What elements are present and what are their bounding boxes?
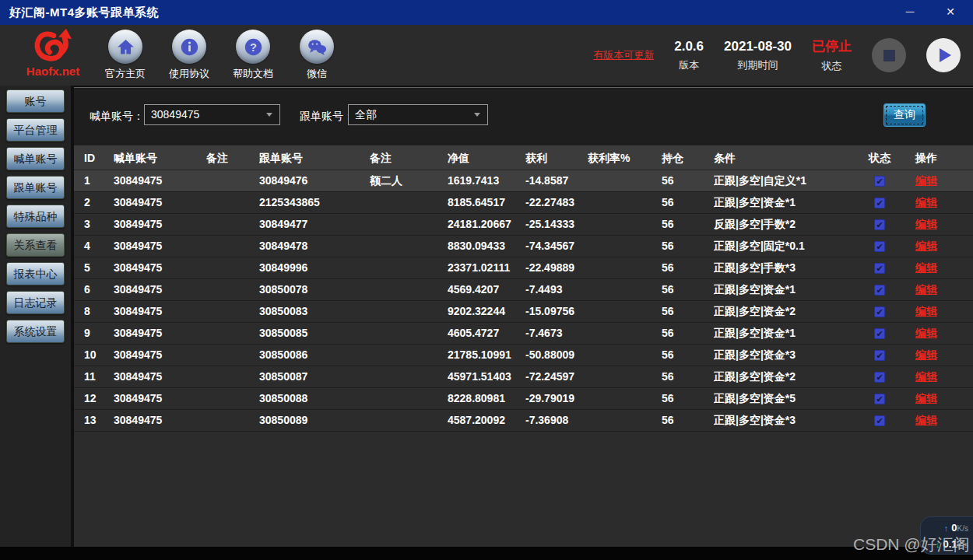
cell-follower-note [370, 366, 448, 387]
cell-status: ✔ [856, 410, 903, 431]
expiry-label: 到期时间 [724, 58, 792, 72]
query-button[interactable]: 查询 [883, 103, 926, 127]
nav-item-home[interactable]: 官方主页 [101, 28, 149, 81]
follower-account-value: 全部 [355, 108, 377, 121]
cell-condition: 正跟|多空|自定义*1 [714, 170, 856, 191]
cell-equity: 8185.64517 [448, 192, 525, 213]
sidebar-item-platform-management[interactable]: 平台管理 [6, 118, 65, 142]
update-available-link[interactable]: 有版本可更新 [593, 48, 654, 62]
table-row[interactable]: 11308494753085008745971.51403-72.2459756… [74, 366, 973, 388]
sidebar-item-special-symbols[interactable]: 特殊品种 [6, 205, 65, 228]
edit-link[interactable]: 编辑 [915, 348, 937, 361]
table-row[interactable]: 5308494753084999623371.02111-22.4988956正… [74, 257, 973, 279]
content-panel: 喊单账号： 30849475 跟单账号： 全部 查询 ID喊单账号备注跟单账号备… [74, 87, 973, 547]
nav-item-label: 帮助文档 [229, 67, 277, 81]
cell-condition: 正跟|多空|资金*1 [714, 192, 856, 213]
status-checkbox[interactable]: ✔ [874, 219, 885, 230]
edit-link[interactable]: 编辑 [915, 261, 937, 274]
cell-equity: 24181.20667 [448, 214, 525, 235]
header-right: 有版本可更新 2.0.6 版本 2021-08-30 到期时间 已停止 状态 [593, 25, 961, 86]
table-row[interactable]: 830849475308500839202.32244-15.0975656正跟… [74, 301, 973, 323]
nav-item-agreement[interactable]: 使用协议 [165, 28, 213, 81]
cell-profit-rate [588, 410, 662, 431]
chevron-down-icon [474, 113, 480, 117]
cell-action: 编辑 [903, 366, 950, 387]
cell-status: ✔ [856, 366, 903, 387]
table-row[interactable]: 10308494753085008621785.10991-50.8800956… [74, 345, 973, 366]
info-icon [172, 30, 206, 64]
table-row[interactable]: 3308494753084947724181.20667-25.1433356反… [74, 214, 973, 236]
status-checkbox[interactable]: ✔ [874, 198, 885, 208]
cell-position: 56 [662, 388, 714, 409]
caller-account-label: 喊单账号： [90, 110, 144, 124]
svg-text:?: ? [250, 40, 257, 53]
sidebar-item-accounts[interactable]: 账号 [6, 89, 65, 113]
cell-profit-rate [588, 257, 662, 278]
status-checkbox[interactable]: ✔ [874, 263, 885, 274]
table-row[interactable]: 630849475308500784569.4207-7.449356正跟|多空… [74, 279, 973, 301]
home-icon [108, 30, 142, 64]
sidebar-item-caller-accounts[interactable]: 喊单账号 [6, 147, 65, 170]
nav-item-label: 微信 [293, 67, 341, 81]
sidebar: 账号平台管理喊单账号跟单账号特殊品种关系查看报表中心日志记录系统设置 [0, 86, 71, 547]
edit-link[interactable]: 编辑 [915, 327, 937, 339]
status-checkbox[interactable]: ✔ [874, 372, 885, 383]
edit-link[interactable]: 编辑 [915, 218, 937, 230]
cell-position: 56 [662, 192, 714, 213]
edit-link[interactable]: 编辑 [915, 283, 937, 296]
table-row[interactable]: 13084947530849476额二人1619.7413-14.858756正… [74, 170, 973, 192]
start-button[interactable] [926, 38, 961, 72]
cell-condition: 正跟|多空|手数*3 [714, 257, 856, 278]
follower-account-select[interactable]: 全部 [348, 104, 488, 125]
nav-item-wechat[interactable]: 微信 [293, 28, 341, 81]
caller-account-select[interactable]: 30849475 [144, 104, 280, 125]
sidebar-item-logs[interactable]: 日志记录 [6, 291, 65, 314]
cell-follower-note [370, 257, 448, 278]
caller-account-value: 30849475 [151, 108, 199, 121]
minimize-button[interactable]: ─ [892, 0, 928, 25]
cell-caller: 30849475 [114, 388, 206, 409]
cell-position: 56 [662, 279, 714, 300]
sidebar-item-follower-accounts[interactable]: 跟单账号 [6, 176, 65, 199]
cell-follower-note [370, 388, 448, 409]
status-checkbox[interactable]: ✔ [874, 241, 885, 252]
relations-table: ID喊单账号备注跟单账号备注净值获利获利率%持仓条件状态操作 130849475… [74, 145, 973, 547]
table-row[interactable]: 1330849475308500894587.20092-7.3690856正跟… [74, 410, 973, 432]
edit-link[interactable]: 编辑 [915, 392, 937, 404]
cell-follower: 30850087 [259, 366, 370, 387]
edit-link[interactable]: 编辑 [915, 370, 937, 383]
status-checkbox[interactable]: ✔ [874, 176, 885, 187]
sidebar-item-system-settings[interactable]: 系统设置 [6, 320, 65, 343]
cell-profit: -7.36908 [525, 410, 588, 431]
expiry-value: 2021-08-30 [724, 39, 792, 54]
stop-button[interactable] [872, 38, 906, 72]
cell-status: ✔ [856, 279, 903, 300]
status-checkbox[interactable]: ✔ [874, 415, 885, 426]
table-row[interactable]: 23084947521253438658185.64517-22.2748356… [74, 192, 973, 214]
sidebar-item-report-center[interactable]: 报表中心 [6, 262, 65, 285]
cell-position: 56 [662, 236, 714, 257]
edit-link[interactable]: 编辑 [915, 196, 937, 208]
status-checkbox[interactable]: ✔ [874, 394, 885, 404]
table-row[interactable]: 430849475308494788830.09433-74.3456756正跟… [74, 236, 973, 257]
edit-link[interactable]: 编辑 [915, 240, 937, 252]
nav-item-help[interactable]: ?帮助文档 [229, 28, 277, 81]
table-row[interactable]: 1230849475308500888228.80981-29.7901956正… [74, 388, 973, 410]
column-header: 备注 [206, 145, 259, 170]
sidebar-item-relation-view[interactable]: 关系查看 [6, 233, 65, 257]
cell-id: 12 [74, 388, 114, 409]
status-checkbox[interactable]: ✔ [874, 328, 885, 339]
close-button[interactable]: ✕ [933, 0, 968, 25]
window-title: 好汇阁-MT4多账号跟单系统 [9, 0, 159, 25]
nav: 官方主页使用协议?帮助文档微信 [101, 28, 341, 81]
status-checkbox[interactable]: ✔ [874, 350, 885, 361]
edit-link[interactable]: 编辑 [915, 174, 937, 187]
cell-profit: -22.49889 [525, 257, 588, 278]
cell-profit: -7.4493 [525, 279, 588, 300]
cell-caller-note [206, 301, 259, 322]
status-checkbox[interactable]: ✔ [874, 285, 885, 296]
edit-link[interactable]: 编辑 [915, 305, 937, 317]
edit-link[interactable]: 编辑 [915, 414, 937, 426]
status-checkbox[interactable]: ✔ [874, 306, 885, 317]
table-row[interactable]: 930849475308500854605.4727-7.467356正跟|多空… [74, 323, 973, 345]
